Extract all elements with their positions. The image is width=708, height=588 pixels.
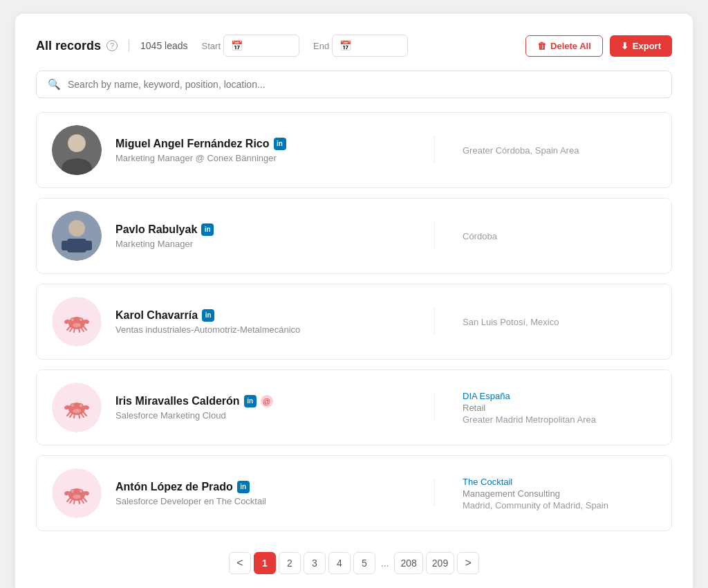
svg-rect-6 [67,239,86,252]
pagination: < 1 2 3 4 5 ... 208 209 > [36,552,672,574]
avatar-crab-iris [52,383,102,432]
svg-line-36 [70,413,73,417]
svg-line-55 [81,499,84,503]
record-subtitle: Salesforce Developer en The Cocktail [115,496,420,506]
record-subtitle: Salesforce Marketing Cloud [115,410,420,421]
separator [434,479,435,507]
search-icon: 🔍 [48,78,61,91]
record-name-row: Antón López de Prado in [115,481,420,493]
end-date-input[interactable]: 📅 [332,35,408,57]
record-name: Miguel Angel Fernández Rico [115,138,270,150]
search-input[interactable] [68,79,660,90]
record-card[interactable]: Antón López de Prado in Salesforce Devel… [36,455,672,531]
record-location-col: DIA España Retail Greater Madrid Metropo… [463,391,656,425]
linkedin-badge: in [202,309,214,322]
page-3-button[interactable]: 3 [304,552,326,574]
email-badge: @ [261,395,273,407]
page-208-button[interactable]: 208 [394,552,422,574]
record-name-row: Karol Chavarría in [115,309,420,322]
svg-line-20 [70,327,73,331]
page-1-button[interactable]: 1 [254,552,276,574]
avatar [52,468,102,518]
record-location: Greater Madrid Metropolitan Area [463,414,656,425]
record-name-row: Pavlo Rabulyak in [115,223,420,236]
linkedin-badge: in [237,481,250,493]
record-location: Greater Córdoba, Spain Area [463,145,656,156]
svg-point-32 [73,409,81,413]
start-date-input[interactable]: 📅 [223,35,299,57]
svg-point-46 [72,490,73,491]
calendar-start-icon: 📅 [231,40,243,51]
separator [434,222,435,250]
page-209-button[interactable]: 209 [426,552,454,574]
record-name: Pavlo Rabulyak [115,223,197,236]
export-button[interactable]: ⬇ Export [610,35,672,57]
record-card[interactable]: Miguel Angel Fernández Rico in Marketing… [36,112,672,188]
record-subtitle: Ventas industriales-Automotriz-Metalmecá… [115,324,420,335]
start-date-wrapper: Start 📅 [202,35,299,57]
record-info: Antón López de Prado in Salesforce Devel… [115,481,420,506]
svg-point-14 [72,319,73,320]
svg-line-24 [79,328,80,332]
record-card[interactable]: Iris Miravalles Calderón in @ Salesforce… [36,369,672,445]
separator [434,136,435,164]
record-card[interactable]: Karol Chavarría in Ventas industriales-A… [36,284,672,360]
pagination-dots: ... [378,558,392,569]
svg-rect-8 [85,241,92,250]
header-divider [129,39,129,52]
delete-all-button[interactable]: 🗑 Delete All [525,35,603,57]
separator [434,308,435,336]
svg-point-48 [73,495,81,499]
record-location-col: Córdoba [463,231,656,241]
records-list: Miguel Angel Fernández Rico in Marketing… [36,112,672,531]
prev-page-button[interactable]: < [229,552,251,574]
record-info: Miguel Angel Fernández Rico in Marketing… [115,138,420,163]
avatar-photo-miguel [52,125,102,175]
avatar-crab-anton [52,468,102,518]
svg-line-23 [81,327,84,331]
header: All records ? 1045 leads Start 📅 End 📅 🗑… [36,35,672,57]
svg-line-39 [81,413,84,417]
help-icon[interactable]: ? [106,40,118,51]
record-info: Pavlo Rabulyak in Marketing Manager [115,223,420,249]
record-name: Iris Miravalles Calderón [115,395,240,407]
record-industry: Retail [463,403,656,413]
record-company[interactable]: The Cocktail [463,477,656,487]
avatar [52,125,102,175]
svg-line-19 [67,326,71,330]
record-subtitle: Marketing Manager @ Conex Bänninger [115,153,420,163]
svg-line-53 [74,499,75,504]
record-subtitle: Marketing Manager [115,239,420,249]
record-company[interactable]: DIA España [463,391,656,401]
end-date-wrapper: End 📅 [313,35,408,57]
leads-count: 1045 leads [140,40,188,51]
avatar-crab-karol [52,297,102,347]
record-location: San Luis Potosí, Mexico [463,317,656,327]
record-name-row: Miguel Angel Fernández Rico in [115,138,420,150]
search-bar: 🔍 [36,71,672,98]
page-2-button[interactable]: 2 [279,552,301,574]
svg-line-21 [74,328,75,332]
svg-line-52 [70,499,73,503]
record-industry: Management Consulting [463,488,656,499]
svg-point-47 [80,490,81,491]
record-name-row: Iris Miravalles Calderón in @ [115,395,420,407]
calendar-end-icon: 📅 [339,40,351,51]
svg-line-35 [67,412,71,416]
main-container: All records ? 1045 leads Start 📅 End 📅 🗑… [15,14,693,588]
svg-line-22 [83,326,86,330]
avatar [52,383,102,432]
linkedin-badge: in [244,395,257,407]
page-title: All records [36,39,101,53]
svg-line-54 [83,497,86,502]
svg-point-16 [73,323,81,327]
record-card[interactable]: Pavlo Rabulyak in Marketing Manager Córd… [36,198,672,274]
trash-icon: 🗑 [537,41,546,51]
page-4-button[interactable]: 4 [328,552,351,574]
next-page-button[interactable]: > [457,552,479,574]
svg-line-56 [79,499,80,504]
page-5-button[interactable]: 5 [353,552,375,574]
svg-line-38 [83,412,86,416]
svg-line-37 [74,414,75,418]
record-location: Córdoba [463,231,656,241]
